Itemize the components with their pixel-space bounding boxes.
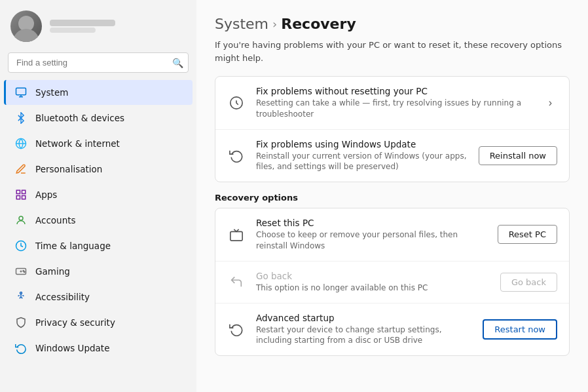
apps-icon — [14, 188, 28, 201]
personalisation-icon — [14, 163, 28, 176]
accessibility-icon — [14, 290, 28, 304]
search-input[interactable] — [8, 52, 189, 73]
svg-point-8 — [19, 216, 23, 220]
breadcrumb: System › Recovery — [215, 16, 570, 32]
recovery-card-title: Reset this PC — [256, 218, 487, 228]
top-card-action-0[interactable]: › — [543, 94, 557, 111]
svg-point-15 — [20, 292, 22, 294]
svg-rect-6 — [16, 196, 20, 199]
recovery-card-desc: Choose to keep or remove your personal f… — [256, 229, 487, 252]
recovery-card-text-2: Advanced startup Restart your device to … — [256, 313, 472, 347]
page-description: If you're having problems with your PC o… — [215, 39, 568, 64]
breadcrumb-parent: System — [215, 16, 268, 32]
search-box[interactable]: 🔍 — [8, 52, 189, 73]
fix-problems-chevron[interactable]: › — [543, 94, 557, 111]
sidebar-item-label: Accessibility — [35, 292, 90, 302]
recovery-card-row: Reset this PC Choose to keep or remove y… — [215, 208, 569, 262]
top-cards: Fix problems without resetting your PC R… — [215, 76, 570, 182]
go-back-button: Go back — [500, 273, 557, 292]
recovery-options-label: Recovery options — [215, 193, 570, 203]
top-card-title: Fix problems using Windows Update — [256, 139, 468, 149]
svg-point-14 — [24, 271, 26, 273]
bluetooth-icon — [14, 111, 28, 125]
privacy-icon — [14, 316, 28, 329]
sidebar-item-bluetooth[interactable]: Bluetooth & devices — [4, 106, 193, 130]
sidebar-item-personalisation[interactable]: Personalisation — [4, 157, 193, 182]
recovery-card-text-0: Reset this PC Choose to keep or remove y… — [256, 218, 487, 252]
recovery-cards: Reset this PC Choose to keep or remove y… — [215, 208, 570, 356]
recovery-card-text-1: Go back This option is no longer availab… — [256, 271, 490, 294]
recovery-card-action-2[interactable]: Restart now — [483, 319, 557, 340]
top-card-desc: Resetting can take a while — first, try … — [256, 98, 533, 120]
nav-list: System Bluetooth & devices Network & int… — [0, 78, 196, 392]
reset-pc-button[interactable]: Reset PC — [498, 225, 557, 244]
sidebar-item-label: Privacy & security — [35, 317, 115, 328]
avatar — [10, 10, 42, 42]
breadcrumb-separator: › — [272, 17, 277, 31]
profile-section — [0, 0, 196, 50]
svg-rect-7 — [22, 196, 26, 199]
restart-now-button[interactable]: Restart now — [483, 319, 557, 340]
time-icon — [14, 239, 28, 252]
top-card-row: Fix problems using Windows Update Reinst… — [215, 130, 569, 182]
sidebar-item-label: Personalisation — [35, 164, 102, 174]
profile-sub-bar — [50, 28, 96, 33]
system-icon — [14, 86, 28, 99]
sidebar-item-label: Windows Update — [35, 343, 109, 353]
recovery-card-icon-0 — [227, 225, 246, 244]
recovery-card-desc: Restart your device to change startup se… — [256, 324, 472, 347]
top-card-row: Fix problems without resetting your PC R… — [215, 77, 569, 130]
svg-rect-17 — [230, 231, 242, 241]
sidebar-item-label: Bluetooth & devices — [35, 113, 124, 123]
sidebar-item-label: Time & language — [35, 241, 111, 251]
top-card-action-1[interactable]: Reinstall now — [479, 146, 557, 165]
recovery-card-icon-1 — [227, 273, 246, 291]
svg-rect-0 — [16, 88, 26, 95]
top-card-icon-1 — [227, 146, 246, 165]
recovery-card-desc: This option is no longer available on th… — [256, 283, 490, 294]
update-icon — [14, 342, 28, 355]
svg-rect-5 — [22, 190, 26, 193]
profile-name-area — [50, 20, 115, 33]
network-icon — [14, 137, 28, 150]
top-card-icon-0 — [227, 94, 246, 112]
reinstall-now-button[interactable]: Reinstall now — [479, 146, 557, 165]
recovery-card-title: Advanced startup — [256, 313, 472, 323]
recovery-card-row: Advanced startup Restart your device to … — [215, 304, 569, 356]
gaming-icon — [14, 265, 28, 278]
recovery-card-action-0[interactable]: Reset PC — [498, 225, 557, 244]
sidebar-item-label: Gaming — [35, 266, 70, 277]
main-content: System › Recovery If you're having probl… — [196, 0, 588, 392]
sidebar-item-label: System — [35, 87, 68, 98]
breadcrumb-current: Recovery — [281, 16, 356, 32]
recovery-card-action-1: Go back — [500, 273, 557, 292]
search-icon: 🔍 — [172, 58, 183, 68]
sidebar-item-accessibility[interactable]: Accessibility — [4, 284, 193, 309]
recovery-card-row: Go back This option is no longer availab… — [215, 262, 569, 304]
sidebar-item-label: Accounts — [35, 215, 76, 225]
recovery-card-title: Go back — [256, 271, 490, 281]
top-card-desc: Reinstall your current version of Window… — [256, 151, 468, 173]
sidebar-item-gaming[interactable]: Gaming — [4, 259, 193, 284]
svg-rect-4 — [16, 190, 20, 193]
sidebar-item-apps[interactable]: Apps — [4, 182, 193, 207]
recovery-card-icon-2 — [227, 320, 246, 338]
top-card-title: Fix problems without resetting your PC — [256, 86, 533, 96]
top-card-text-1: Fix problems using Windows Update Reinst… — [256, 139, 468, 173]
accounts-icon — [14, 214, 28, 227]
sidebar-item-update[interactable]: Windows Update — [4, 336, 193, 361]
sidebar-item-label: Apps — [35, 189, 57, 200]
sidebar-item-label: Network & internet — [35, 138, 120, 149]
sidebar-item-privacy[interactable]: Privacy & security — [4, 310, 193, 335]
sidebar-item-system[interactable]: System — [4, 80, 193, 105]
sidebar: 🔍 System Bluetooth & devices Network & i… — [0, 0, 196, 392]
top-card-text-0: Fix problems without resetting your PC R… — [256, 86, 533, 120]
profile-name-bar — [50, 20, 115, 26]
sidebar-item-accounts[interactable]: Accounts — [4, 208, 193, 233]
sidebar-item-time[interactable]: Time & language — [4, 233, 193, 258]
sidebar-item-network[interactable]: Network & internet — [4, 131, 193, 156]
